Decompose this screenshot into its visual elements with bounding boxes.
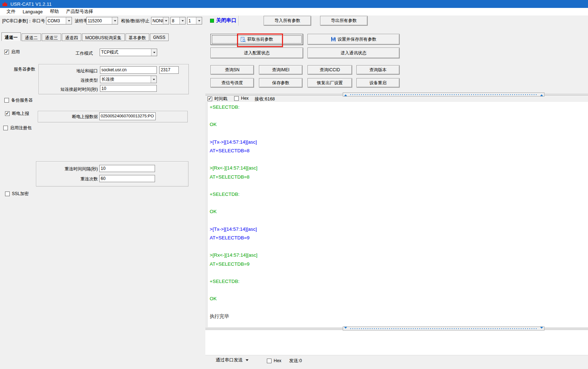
log-line: >[Tx->][14:57:14][asc] [210, 225, 587, 234]
recv-hex-label: Hex [241, 96, 249, 101]
splitter-grip [350, 94, 537, 95]
log-line: 执行完毕 [210, 312, 587, 321]
checkbox-box: ✓ [4, 50, 9, 54]
chevron-down-icon[interactable] [151, 49, 157, 56]
reconnect-times-input[interactable]: 60 [99, 175, 155, 182]
reconnect-interval-input[interactable]: 10 [99, 165, 155, 172]
query-sn-button[interactable]: 查询SN [210, 65, 254, 75]
collapse-up-icon[interactable] [540, 93, 543, 96]
power-report-label: 断电上报 [12, 111, 29, 117]
tab-基本参数[interactable]: 基本参数 [126, 33, 149, 41]
checkbox-box [267, 359, 272, 363]
close-port-button[interactable]: 关闭串口 [216, 17, 236, 24]
baud-rate-select[interactable]: 115200 [86, 17, 118, 24]
log-line: OK [210, 207, 587, 216]
recv-count: 接收:6168 [255, 96, 275, 102]
tab-通道一[interactable]: 通道一 [1, 32, 21, 41]
server-address-input[interactable]: socket.usr.cn [100, 66, 157, 74]
query-iccid-button[interactable]: 查询ICCID [307, 65, 352, 75]
sent-count: 发送:0 [289, 358, 302, 364]
send-hex-checkbox[interactable]: Hex [267, 358, 281, 363]
send-via-serial-button[interactable]: 通过串口发送 [216, 357, 249, 363]
checkbox-box [5, 192, 10, 196]
conn-type-select[interactable]: 长连接 [100, 76, 157, 83]
short-timeout-input[interactable]: 10 [100, 85, 157, 92]
timestamp-checkbox[interactable]: ✓ 时间戳 [208, 96, 227, 102]
ssl-checkbox[interactable]: SSL加密 [5, 191, 29, 197]
chevron-down-icon[interactable] [66, 17, 72, 24]
window-title: USR-CAT1 V1.2.11 [10, 1, 52, 7]
tab-MODBUS轮询采集[interactable]: MODBUS轮询采集 [82, 33, 125, 41]
chevron-down-icon[interactable] [151, 76, 156, 83]
tab-通道二[interactable]: 通道二 [22, 33, 41, 41]
app-icon [3, 2, 7, 6]
timestamp-label: 时间戳 [214, 96, 227, 102]
factory-reset-button[interactable]: 恢复出厂设置 [307, 78, 352, 87]
log-line [210, 112, 587, 120]
set-save-all-params-button[interactable]: 设置并保存所有参数 [307, 34, 400, 45]
register-package-checkbox[interactable]: 启用注册包 [3, 125, 32, 131]
power-report-data-input[interactable]: 02500524060700013275:PO [99, 112, 156, 120]
enter-comm-state-button[interactable]: 进入通讯状态 [307, 48, 400, 58]
log-line: +SELECTDB: [210, 103, 587, 112]
menu-item-0[interactable]: 文件 [3, 8, 19, 15]
menu-item-2[interactable]: 帮助 [46, 8, 63, 15]
menu-item-1[interactable]: Language [19, 9, 46, 15]
recv-hex-checkbox[interactable]: Hex [234, 96, 249, 101]
com-port-value: COM3 [46, 18, 66, 23]
channel-tab-strip: 通道一通道二通道三通道四MODBUS轮询采集基本参数GNSS [1, 32, 169, 41]
enter-config-state-button[interactable]: 进入配置状态 [210, 48, 303, 58]
backup-server-checkbox[interactable]: 备份服务器 [4, 97, 33, 103]
data-bits-select[interactable]: 8 [170, 17, 186, 24]
short-timeout-label: 短连接超时时间(秒) [43, 86, 98, 93]
log-line: >[Tx->][14:57:14][asc] [210, 138, 587, 147]
export-all-params-button[interactable]: 导出所有参数 [320, 16, 368, 26]
query-version-button[interactable]: 查询版本 [356, 65, 400, 75]
tab-通道三[interactable]: 通道三 [42, 33, 61, 41]
splitter-grip [350, 328, 537, 329]
save-params-button[interactable]: 保存参数 [259, 78, 302, 87]
collapse-down-icon[interactable] [344, 327, 347, 330]
chevron-down-icon[interactable] [179, 17, 185, 24]
enable-checkbox[interactable]: ✓ 启用 [4, 49, 20, 55]
menu-item-3[interactable]: 产品型号选择 [63, 8, 97, 15]
send-input-area[interactable] [205, 330, 588, 355]
import-all-params-button[interactable]: 导入所有参数 [264, 16, 311, 26]
checkbox-box [3, 126, 8, 130]
query-imei-button[interactable]: 查询IMEI [259, 65, 302, 75]
parity-select[interactable]: NONI [151, 17, 169, 24]
collapse-down-icon[interactable] [540, 327, 543, 330]
log-line [210, 181, 587, 190]
chevron-down-icon[interactable] [163, 17, 169, 24]
checkbox-box [4, 98, 9, 103]
checkbox-box: ✓ [5, 111, 10, 116]
log-line [210, 129, 587, 138]
device-restart-button[interactable]: 设备重启 [356, 78, 400, 87]
server-port-input[interactable]: 2317 [159, 66, 179, 74]
log-line [210, 199, 587, 207]
chevron-down-icon[interactable] [112, 17, 118, 24]
log-gutter [205, 102, 208, 327]
ssl-label: SSL加密 [12, 191, 29, 197]
reconnect-interval-label: 重连时间间隔(秒) [43, 166, 98, 172]
query-signal-button[interactable]: 查信号强度 [210, 78, 254, 87]
com-port-select[interactable]: COM3 [46, 17, 72, 24]
stop-bits-select[interactable]: 1 [187, 17, 202, 24]
log-line [210, 155, 587, 164]
chevron-down-icon[interactable] [196, 17, 202, 24]
power-report-checkbox[interactable]: ✓ 断电上报 [5, 111, 29, 117]
tab-GNSS[interactable]: GNSS [150, 33, 169, 41]
send-splitter-handle[interactable] [343, 327, 544, 330]
conn-type-value: 长连接 [100, 76, 151, 82]
get-current-params-button[interactable]: 获取当前参数 [210, 34, 303, 45]
log-splitter-handle[interactable] [343, 93, 544, 96]
register-package-label: 启用注册包 [10, 125, 32, 131]
collapse-up-icon[interactable] [344, 93, 347, 96]
work-mode-select[interactable]: TCP模式 [100, 49, 157, 56]
work-mode-label: 工作模式 [76, 50, 93, 57]
tab-通道四[interactable]: 通道四 [62, 33, 81, 41]
receive-log-area[interactable]: +SELECTDB: OK >[Tx->][14:57:14][asc]AT+S… [205, 102, 588, 327]
log-line: AT+SELECTDB=9 [210, 234, 587, 242]
title-bar[interactable]: USR-CAT1 V1.2.11 [0, 0, 588, 8]
chevron-down-icon [246, 359, 249, 363]
